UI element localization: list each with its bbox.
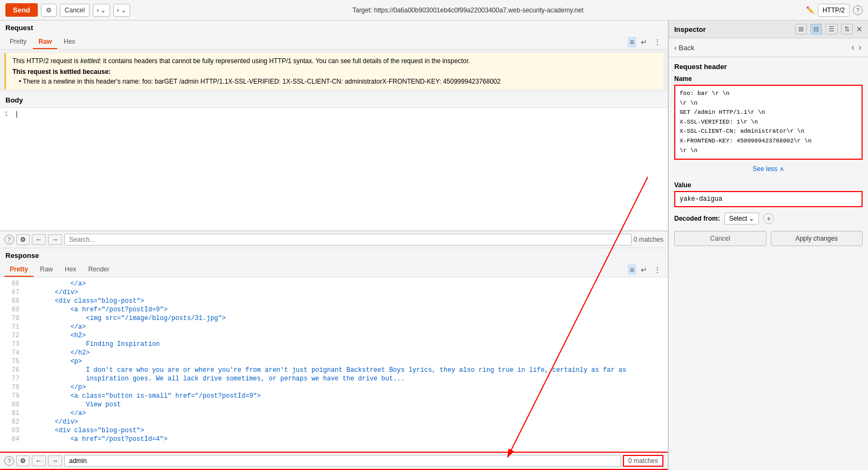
line-content: <a href="/post?postId=4"> xyxy=(24,435,167,443)
bottom-search-prev-button[interactable]: ← xyxy=(32,455,46,466)
tab-render-response[interactable]: Render xyxy=(83,263,114,277)
value-input[interactable] xyxy=(674,191,863,207)
help-icon[interactable]: ? xyxy=(853,5,863,15)
warning-bold: This request is kettled because: xyxy=(12,68,657,76)
table-row: 66 </a> xyxy=(2,280,666,288)
inspector-nav: ‹ Back ‹ › xyxy=(669,38,868,57)
tab-hex-request[interactable]: Hex xyxy=(58,35,80,49)
table-row: 73 Finding Inspiration xyxy=(2,340,666,349)
decoded-from-label: Decoded from: xyxy=(674,215,720,222)
warning-kettled: kettled xyxy=(80,57,99,65)
tab-hex-response[interactable]: Hex xyxy=(59,263,82,277)
select-encoding-button[interactable]: Select ⌄ xyxy=(724,213,760,224)
resp-pretty-print-icon[interactable]: ≡ xyxy=(628,264,636,275)
inspector-nav-prev[interactable]: ‹ xyxy=(850,42,855,53)
left-panel: Request Pretty Raw Hex ≡ ↵ ⋮ This HTTP/2… xyxy=(0,21,668,470)
table-row: 70 <img src="/image/blog/posts/31.jpg"> xyxy=(2,314,666,323)
apply-changes-button[interactable]: Apply changes xyxy=(771,231,863,246)
nav-fwd-button[interactable]: › ⌄ xyxy=(113,4,130,17)
bottom-search-help-icon[interactable]: ? xyxy=(4,456,14,466)
response-tab-icons: ≡ ↵ ⋮ xyxy=(628,264,663,275)
middle-search-bar: ? ⚙ ← → 0 matches xyxy=(0,231,668,248)
search-next-button[interactable]: → xyxy=(48,234,62,245)
body-cursor: | xyxy=(15,111,18,118)
resp-more-options-icon[interactable]: ⋮ xyxy=(652,264,663,275)
line-content: <div class="blog-post"> xyxy=(24,427,144,434)
add-encoding-button[interactable]: + xyxy=(763,213,774,224)
tab-pretty-request[interactable]: Pretty xyxy=(4,35,32,49)
line-content: inspiration goes. We all lack drive some… xyxy=(24,375,405,383)
left-panel-wrapper: Request Pretty Raw Hex ≡ ↵ ⋮ This HTTP/2… xyxy=(0,21,668,470)
table-row: 76 I don't care who you are or where you… xyxy=(2,366,666,374)
cancel-button[interactable]: Cancel xyxy=(60,4,90,17)
bottom-search-count: 0 matches xyxy=(623,455,663,467)
table-row: 68 <div class="blog-post"> xyxy=(2,297,666,305)
line-number: 82 xyxy=(4,418,19,426)
line-content: </div> xyxy=(24,418,78,426)
resp-wrap-icon[interactable]: ↵ xyxy=(639,264,649,275)
search-prev-button[interactable]: ← xyxy=(32,234,46,245)
decoded-from-row: Decoded from: Select ⌄ + xyxy=(674,213,863,224)
value-field-label: Value xyxy=(674,181,863,189)
body-editor[interactable]: 1 | xyxy=(0,108,668,230)
see-less-button[interactable]: See less ∧ xyxy=(674,163,863,175)
inspector-layout-grid-btn[interactable]: ⊞ xyxy=(795,24,807,35)
main-layout: Request Pretty Raw Hex ≡ ↵ ⋮ This HTTP/2… xyxy=(0,21,868,470)
inspector-sort-btn[interactable]: ⇅ xyxy=(841,24,853,35)
line-content: <img src="/image/blog/posts/31.jpg"> xyxy=(24,315,226,322)
bottom-search-bar: ? ⚙ ← → 0 matches xyxy=(0,452,668,470)
line-content: View post xyxy=(24,401,121,408)
pretty-print-icon[interactable]: ≡ xyxy=(628,37,636,47)
inspector-actions: Cancel Apply changes xyxy=(674,231,863,246)
body-line-1: 1 | xyxy=(2,110,666,119)
line-content: <a href="/post?postId=9"> xyxy=(24,306,167,314)
inspector-list-btn[interactable]: ☰ xyxy=(825,24,838,35)
line-number: 83 xyxy=(4,427,19,434)
tab-raw-request[interactable]: Raw xyxy=(33,35,57,49)
wrap-icon[interactable]: ↵ xyxy=(639,37,649,47)
line-content: </a> xyxy=(24,410,86,417)
line-number: 78 xyxy=(4,384,19,391)
request-title: Request xyxy=(0,21,668,35)
warning-text2: : it contains headers that cannot be ful… xyxy=(99,57,470,65)
line-content: </h2> xyxy=(24,349,90,357)
search-help-icon[interactable]: ? xyxy=(4,235,14,244)
bottom-search-settings-icon[interactable]: ⚙ xyxy=(16,455,30,466)
name-value-box[interactable]: foo: bar \r \n \r \n GET /admin HTTP/1.1… xyxy=(674,85,863,160)
line-content: <p> xyxy=(24,358,82,365)
line-content: </p> xyxy=(24,384,86,391)
line-number: 71 xyxy=(4,323,19,331)
inspector-layout-col-btn[interactable]: ⊟ xyxy=(810,24,822,35)
cancel-changes-button[interactable]: Cancel xyxy=(674,231,767,246)
edit-icon[interactable]: ✏️ xyxy=(806,6,815,14)
line-number-1: 1 xyxy=(4,111,12,118)
line-content: <a class="button is-small" href="/post?p… xyxy=(24,392,261,400)
response-section: Response Pretty Raw Hex Render ≡ ↵ ⋮ 66 … xyxy=(0,248,668,470)
table-row: 74 </h2> xyxy=(2,349,666,357)
response-content[interactable]: 66 </a>67 </div>68 <div class="blog-post… xyxy=(0,277,668,452)
table-row: 77 inspiration goes. We all lack drive s… xyxy=(2,374,666,383)
table-row: 80 View post xyxy=(2,400,666,409)
inspector-close-button[interactable]: ✕ xyxy=(856,25,863,33)
name-field-label: Name xyxy=(674,75,863,83)
table-row: 69 <a href="/post?postId=9"> xyxy=(2,305,666,314)
send-button[interactable]: Send xyxy=(5,3,38,17)
settings-button[interactable]: ⚙ xyxy=(41,4,57,17)
http-version-button[interactable]: HTTP/2 xyxy=(818,4,850,17)
bottom-search-input[interactable] xyxy=(64,455,621,467)
line-content: </a> xyxy=(24,280,86,288)
search-input[interactable] xyxy=(64,234,632,246)
back-button[interactable]: ‹ Back xyxy=(674,44,694,52)
tab-raw-response[interactable]: Raw xyxy=(35,263,58,277)
line-number: 72 xyxy=(4,332,19,339)
more-options-icon[interactable]: ⋮ xyxy=(652,37,663,47)
nav-back-button[interactable]: ‹ ⌄ xyxy=(93,4,110,17)
inspector-nav-next[interactable]: › xyxy=(858,42,863,53)
tab-pretty-response[interactable]: Pretty xyxy=(4,263,33,277)
table-row: 67 </div> xyxy=(2,288,666,297)
target-url: Target: https://0a6a00b903001eb4c0f99a22… xyxy=(133,6,803,14)
search-settings-icon[interactable]: ⚙ xyxy=(16,234,30,245)
bottom-search-next-button[interactable]: → xyxy=(48,455,62,466)
back-chevron-icon: ‹ xyxy=(674,44,676,52)
line-content: </a> xyxy=(24,323,86,331)
